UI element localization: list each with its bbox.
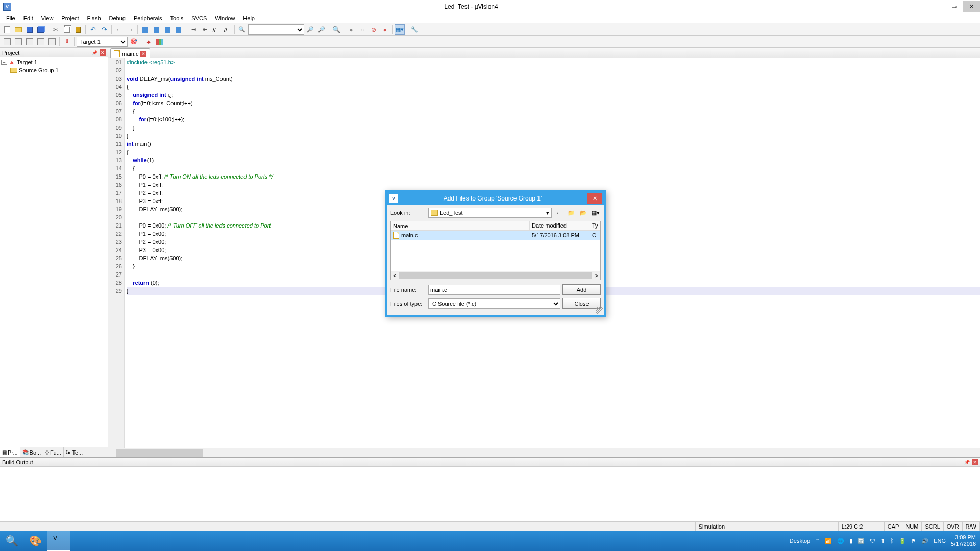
menu-help[interactable]: Help	[239, 14, 259, 22]
nav-new-folder-button[interactable]: 📂	[578, 208, 589, 218]
tab-close-button[interactable]: ✕	[140, 51, 146, 57]
col-date[interactable]: Date modified	[530, 221, 590, 230]
configure-button[interactable]: 🔧	[409, 24, 420, 35]
filename-input[interactable]	[428, 285, 560, 295]
tray-wifi-icon[interactable]: 📶	[825, 538, 832, 544]
breakpoint-insert-button[interactable]: ●	[346, 24, 356, 35]
look-in-dropdown[interactable]: Led_Test ▾	[428, 208, 552, 218]
taskbar-app-2[interactable]: 🎨	[23, 531, 47, 551]
file-list[interactable]: Name Date modified Ty main.c 5/17/2016 3…	[390, 221, 601, 280]
scrollbar-thumb[interactable]	[116, 449, 203, 457]
menu-edit[interactable]: Edit	[19, 14, 37, 22]
save-button[interactable]	[24, 24, 35, 35]
unindent-button[interactable]: ⇤	[200, 24, 210, 35]
tray-language[interactable]: ENG	[934, 538, 946, 544]
bookmark-next-button[interactable]	[162, 24, 173, 35]
tray-usb-icon[interactable]: ⬆	[880, 538, 885, 544]
file-row-main-c[interactable]: main.c 5/17/2016 3:08 PM C	[391, 231, 600, 240]
tab-books[interactable]: 📚 Bo...	[20, 447, 44, 457]
tab-templates[interactable]: 0▸ Te...	[64, 447, 85, 457]
bookmark-prev-button[interactable]	[151, 24, 161, 35]
batch-build-button[interactable]	[36, 37, 46, 47]
build-button[interactable]	[13, 37, 23, 47]
find-button[interactable]: 🔎	[305, 24, 315, 35]
taskbar-app-1[interactable]: 🔍	[0, 531, 23, 551]
rebuild-button[interactable]	[24, 37, 35, 47]
menu-debug[interactable]: Debug	[105, 14, 130, 22]
comment-button[interactable]: //≡	[211, 24, 221, 35]
menu-window[interactable]: Window	[211, 14, 239, 22]
tray-battery-icon[interactable]: 🔋	[899, 538, 906, 544]
tray-volume-icon[interactable]: 🔊	[921, 538, 928, 544]
tray-signal-icon[interactable]: ▮	[849, 538, 852, 544]
bookmark-clear-button[interactable]	[174, 24, 184, 35]
redo-button[interactable]: ↷	[99, 24, 109, 35]
cut-button[interactable]: ✂	[51, 24, 61, 35]
panel-close-button[interactable]: ✕	[100, 49, 106, 56]
col-name[interactable]: Name	[391, 221, 530, 230]
tray-network-icon[interactable]: 🌐	[837, 538, 844, 544]
close-button[interactable]: ✕	[963, 1, 980, 12]
view-menu-button[interactable]: ▦▾	[591, 208, 601, 218]
file-list-scrollbar[interactable]: <>	[391, 271, 600, 280]
manage-books-button[interactable]	[155, 37, 165, 47]
menu-file[interactable]: File	[2, 14, 19, 22]
add-button[interactable]: Add	[562, 284, 601, 295]
find-in-files-button[interactable]: 🔍	[237, 24, 247, 35]
minimize-button[interactable]: ─	[928, 1, 945, 12]
copy-button[interactable]	[62, 24, 72, 35]
nav-forward-button[interactable]: →	[125, 24, 135, 35]
pin-icon[interactable]: 📌	[92, 50, 97, 55]
paste-button[interactable]	[73, 24, 83, 35]
dialog-title-bar[interactable]: V Add Files to Group 'Source Group 1' ✕	[387, 192, 604, 205]
new-file-button[interactable]	[2, 24, 12, 35]
breakpoint-kill-button[interactable]: ●	[380, 24, 390, 35]
pin-icon[interactable]: 📌	[964, 460, 970, 465]
editor-horizontal-scrollbar[interactable]	[108, 448, 980, 457]
tab-project[interactable]: ▦ Pr...	[0, 447, 20, 457]
menu-svcs[interactable]: SVCS	[187, 14, 211, 22]
tray-bluetooth-icon[interactable]: ᛒ	[890, 538, 894, 544]
nav-up-button[interactable]: 📁	[566, 208, 576, 218]
dialog-close-button[interactable]: ✕	[587, 193, 602, 204]
breakpoint-enable-button[interactable]: ○	[357, 24, 368, 35]
download-button[interactable]: ⬇	[62, 37, 72, 47]
tray-clock[interactable]: 3:09 PM 5/17/2016	[951, 534, 976, 547]
find-dropdown[interactable]	[248, 24, 304, 35]
dropdown-icon[interactable]: ▾	[544, 210, 551, 216]
stop-build-button[interactable]	[47, 37, 57, 47]
menu-view[interactable]: View	[37, 14, 58, 22]
nav-back-button[interactable]: ←	[554, 208, 564, 218]
col-type[interactable]: Ty	[590, 221, 600, 230]
tray-chevron-icon[interactable]: ⌃	[815, 538, 820, 544]
indent-button[interactable]: ⇥	[188, 24, 199, 35]
maximize-button[interactable]: ▭	[945, 1, 963, 12]
build-output-body[interactable]	[0, 467, 980, 521]
editor-tab-main-c[interactable]: main.c ✕	[110, 48, 150, 58]
bookmark-toggle-button[interactable]	[140, 24, 150, 35]
tray-flag-icon[interactable]: ⚑	[911, 538, 916, 544]
close-dialog-button[interactable]: Close	[562, 298, 601, 309]
file-extensions-button[interactable]: ♣	[143, 37, 154, 47]
tree-target-node[interactable]: − 🔺 Target 1	[1, 58, 107, 66]
tray-shield-icon[interactable]: 🛡	[870, 538, 875, 544]
resize-grip[interactable]	[596, 307, 603, 314]
save-all-button[interactable]	[36, 24, 46, 35]
target-dropdown[interactable]: Target 1	[77, 37, 128, 47]
uncomment-button[interactable]: //≡	[222, 24, 232, 35]
menu-tools[interactable]: Tools	[166, 14, 188, 22]
menu-flash[interactable]: Flash	[83, 14, 105, 22]
menu-peripherals[interactable]: Peripherals	[130, 14, 166, 22]
tab-functions[interactable]: {} Fu...	[43, 447, 64, 457]
tree-group-node[interactable]: Source Group 1	[1, 66, 107, 74]
debug-button[interactable]: 🔍	[331, 24, 341, 35]
translate-button[interactable]	[2, 37, 12, 47]
target-options-button[interactable]: 🎯	[129, 37, 139, 47]
window-layout-button[interactable]: ▦▾	[395, 24, 405, 35]
desktop-label[interactable]: Desktop	[790, 538, 810, 544]
project-tree[interactable]: − 🔺 Target 1 Source Group 1	[0, 57, 108, 447]
incremental-find-button[interactable]: 🔎	[316, 24, 327, 35]
filetype-dropdown[interactable]: C Source file (*.c)	[428, 298, 560, 309]
tree-collapse-icon[interactable]: −	[1, 60, 7, 65]
nav-back-button[interactable]: ←	[114, 24, 124, 35]
